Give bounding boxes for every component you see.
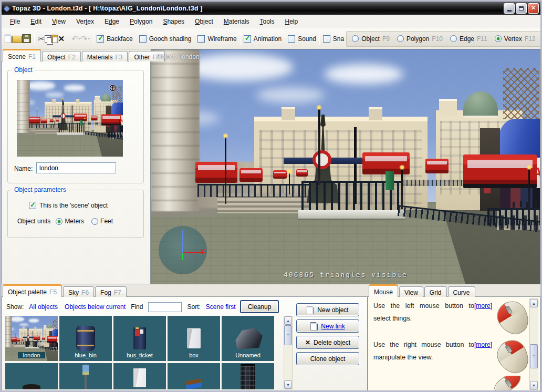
name-input[interactable] — [36, 162, 116, 173]
copy-button[interactable] — [45, 32, 51, 45]
palette-item-box[interactable]: box — [168, 316, 220, 361]
mode-edge[interactable]: EdgeF11 — [450, 35, 487, 43]
decor — [256, 87, 325, 103]
menu-tools[interactable]: Tools — [254, 16, 279, 27]
toolbar-check-animation[interactable]: Animation — [244, 35, 282, 43]
palette-scrollbar[interactable]: ▲ ▼ — [284, 316, 293, 389]
tile-art — [85, 363, 87, 389]
palette-item-bus-ticket[interactable]: bus_ticket — [113, 316, 166, 361]
decor — [55, 345, 55, 346]
show-link-objects-below-current[interactable]: Objects below current — [65, 303, 126, 311]
decor: V — [52, 18, 56, 25]
tab-curve[interactable]: Curve — [448, 286, 475, 297]
menu-file[interactable]: File — [5, 16, 25, 27]
decor — [520, 201, 522, 207]
decor — [503, 68, 539, 119]
units-meters-radio[interactable]: Meters — [56, 218, 84, 225]
sort-link-scene-first[interactable]: Scene first — [206, 303, 236, 311]
decor — [385, 171, 394, 190]
mode-vertex[interactable]: VertexF12 — [495, 35, 536, 43]
find-input[interactable] — [148, 302, 182, 312]
new-button[interactable] — [5, 32, 12, 45]
menu-edge[interactable]: Edge — [99, 16, 124, 27]
palette-tabs: Object paletteF5SkyF6FogF7 — [3, 284, 368, 297]
scroll-down-icon[interactable]: ▼ — [284, 380, 292, 389]
toolbar-check-sound[interactable]: Sound — [288, 35, 316, 43]
button-label: Delete object — [314, 339, 350, 346]
toolbar-check-gooch-shading[interactable]: Gooch shading — [139, 35, 192, 43]
menu-edit[interactable]: Edit — [25, 16, 47, 27]
new-link-button[interactable]: New link — [296, 319, 359, 333]
paste-button[interactable] — [51, 32, 58, 45]
menu-help[interactable]: Help — [280, 16, 304, 27]
redo-dropdown-icon[interactable]: ▾ — [88, 36, 90, 41]
radio-label: Object — [361, 35, 380, 43]
menu-polygon[interactable]: Polygon — [124, 16, 158, 27]
scroll-down-icon[interactable]: ▼ — [530, 381, 538, 389]
object-palette-panel: Object paletteF5SkyF6FogF7 Show: All obj… — [2, 284, 368, 392]
tab-fog[interactable]: FogF7 — [95, 286, 127, 297]
check-label: Sna — [333, 35, 344, 43]
clone-object-button[interactable]: Clone object — [296, 352, 359, 365]
scene-object-checkbox[interactable]: This is the 'scene' object — [29, 202, 108, 209]
cut-button[interactable]: ✂ — [38, 32, 45, 45]
delete-object-button[interactable]: ✕Delete object — [296, 336, 359, 349]
units-feet-radio[interactable]: Feet — [91, 218, 113, 225]
scroll-up-icon[interactable]: ▲ — [284, 316, 292, 325]
tab-sky[interactable]: SkyF6 — [63, 286, 94, 297]
scrollbar-thumb[interactable] — [530, 344, 538, 368]
decor — [401, 168, 403, 209]
tab-object-palette[interactable]: Object paletteF5 — [3, 284, 62, 297]
object-preview[interactable]: SA — [17, 80, 123, 157]
scene-3d-render: SA — [5, 316, 58, 361]
button-label: Clone object — [310, 355, 346, 363]
new-object-button[interactable]: New object — [296, 303, 359, 316]
tab-fkey: F2 — [68, 54, 76, 61]
mode-object[interactable]: ObjectF9 — [352, 35, 390, 43]
more-link[interactable]: [more] — [474, 339, 492, 351]
cleanup-button[interactable]: Cleanup — [240, 300, 279, 313]
menu-object[interactable]: Object — [190, 16, 218, 27]
decor — [513, 202, 515, 208]
palette-item-blue-bin[interactable]: blue_bin — [59, 316, 112, 361]
scrollbar-thumb[interactable] — [284, 325, 292, 345]
palette-item-row2-0[interactable] — [5, 363, 58, 389]
toolbar-check-sna[interactable]: Sna — [323, 35, 344, 43]
palette-item-row2-2[interactable] — [113, 363, 166, 389]
undo-button[interactable]: ↶▾ — [71, 32, 81, 45]
redo-button[interactable]: ↷▾ — [81, 32, 90, 45]
toolbar-check-backface[interactable]: Backface — [97, 35, 132, 43]
object-parameters-group: Object parameters This is the 'scene' ob… — [7, 190, 144, 238]
close-button[interactable]: ✕ — [528, 3, 539, 14]
mode-polygon[interactable]: PolygonF10 — [397, 35, 443, 43]
tab-mouse[interactable]: Mouse — [369, 284, 398, 297]
show-link-all-objects[interactable]: All objects — [29, 303, 58, 311]
delete-button[interactable]: ✕ — [58, 32, 65, 45]
minimize-button[interactable] — [504, 3, 515, 14]
open-button[interactable] — [12, 32, 22, 45]
save-button[interactable] — [22, 32, 31, 45]
more-link[interactable]: [more] — [474, 300, 492, 312]
palette-item-row2-4[interactable] — [222, 363, 274, 389]
help-scrollbar[interactable]: ▲ ▼ — [529, 298, 538, 390]
tab-scene[interactable]: SceneF1 — [3, 49, 41, 61]
tab-grid[interactable]: Grid — [424, 286, 447, 297]
menu-shapes[interactable]: Shapes — [158, 16, 190, 27]
palette-item-row2-3[interactable] — [168, 363, 220, 389]
title-bar[interactable]: ◆ Topaz 3D - London.t3d - [ H:\topaz\AIG… — [2, 2, 540, 15]
radio-icon — [495, 35, 502, 42]
tab-materials[interactable]: MaterialsF3 — [82, 51, 128, 61]
toolbar-check-wireframe[interactable]: Wireframe — [197, 35, 236, 43]
decor — [23, 327, 24, 329]
palette-item-unnamed[interactable]: Unnamed — [222, 316, 274, 361]
palette-item-row2-1[interactable] — [59, 363, 112, 389]
menu-materials[interactable]: Materials — [218, 16, 255, 27]
tab-view[interactable]: View — [399, 286, 423, 297]
tab-object[interactable]: ObjectF2 — [42, 51, 81, 61]
menu-view[interactable]: View — [47, 16, 71, 27]
menu-vertex[interactable]: Vertex — [71, 16, 99, 27]
maximize-button[interactable] — [516, 3, 527, 14]
viewport-3d[interactable]: SA Y Object: "londo — [151, 49, 540, 284]
scroll-up-icon[interactable]: ▲ — [530, 299, 538, 307]
palette-item-london[interactable]: SA london — [5, 316, 58, 361]
